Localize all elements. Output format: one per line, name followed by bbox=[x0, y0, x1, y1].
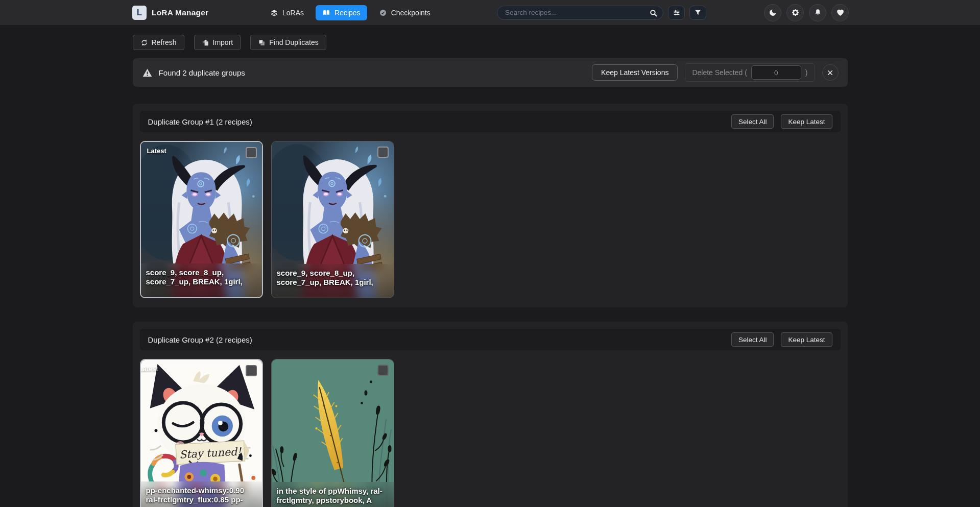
tab-loras[interactable]: LoRAs bbox=[264, 5, 310, 20]
filter-button[interactable] bbox=[689, 6, 706, 20]
recipe-caption: pp-enchanted-whimsy:0.90 ral-frctlgmtry_… bbox=[141, 481, 262, 507]
recipe-caption: in the style of ppWhimsy, ral-frctlgmtry… bbox=[272, 482, 394, 507]
notifications-button[interactable] bbox=[809, 4, 826, 21]
lora-manager-page: L LoRA Manager LoRAs Recipes Checkpoints bbox=[0, 0, 980, 507]
bell-icon bbox=[814, 8, 822, 17]
group-2-select-all-button[interactable]: Select All bbox=[731, 332, 774, 347]
import-label: Import bbox=[213, 38, 233, 46]
support-button[interactable] bbox=[831, 4, 849, 21]
search-box bbox=[497, 6, 663, 20]
check-circle-icon bbox=[379, 9, 387, 17]
alert-actions: Keep Latest Versions Delete Selected ( ) bbox=[592, 63, 838, 82]
layers-icon bbox=[270, 9, 278, 17]
latest-badge: Latest bbox=[140, 365, 158, 373]
delete-count-input[interactable] bbox=[751, 65, 801, 80]
funnel-icon bbox=[694, 9, 702, 16]
search-input[interactable] bbox=[497, 6, 663, 20]
search-icon bbox=[649, 9, 658, 17]
alert-message: Found 2 duplicate groups bbox=[159, 68, 245, 77]
tab-recipes[interactable]: Recipes bbox=[316, 5, 367, 20]
delete-selected-button[interactable]: Delete Selected ( ) bbox=[685, 63, 815, 82]
settings-button[interactable] bbox=[786, 4, 804, 21]
refresh-button[interactable]: Refresh bbox=[133, 35, 184, 50]
tab-checkpoints-label: Checkpoints bbox=[391, 9, 431, 17]
group-1-title: Duplicate Group #1 (2 recipes) bbox=[148, 117, 731, 126]
sliders-icon bbox=[673, 9, 681, 17]
recipe-checkbox[interactable] bbox=[246, 147, 257, 158]
moon-icon bbox=[769, 8, 777, 17]
group-2-actions: Select All Keep Latest bbox=[731, 332, 832, 347]
recipe-card[interactable]: Latest score_9, score_8_up, score_7_up, … bbox=[140, 141, 263, 298]
find-duplicates-label: Find Duplicates bbox=[269, 38, 319, 46]
duplicates-alert: Found 2 duplicate groups Keep Latest Ver… bbox=[133, 58, 848, 87]
book-icon bbox=[322, 9, 330, 17]
close-icon bbox=[826, 69, 834, 77]
group-1-keep-latest-button[interactable]: Keep Latest bbox=[781, 114, 832, 129]
tab-recipes-label: Recipes bbox=[334, 9, 361, 17]
group-1-cards: Latest score_9, score_8_up, score_7_up, … bbox=[140, 141, 841, 298]
search-options-button[interactable] bbox=[668, 6, 685, 20]
duplicate-group-2: Duplicate Group #2 (2 recipes) Select Al… bbox=[133, 322, 848, 507]
brand: L LoRA Manager bbox=[132, 0, 208, 25]
app-logo: L bbox=[132, 6, 147, 20]
gear-icon bbox=[791, 8, 800, 17]
refresh-label: Refresh bbox=[152, 38, 177, 46]
search-area bbox=[497, 0, 706, 25]
close-alert-button[interactable] bbox=[822, 64, 839, 81]
refresh-icon bbox=[140, 39, 148, 46]
recipe-card[interactable]: in the style of ppWhimsy, ral-frctlgmtry… bbox=[271, 359, 394, 507]
group-1-select-all-button[interactable]: Select All bbox=[731, 114, 774, 129]
recipe-checkbox[interactable] bbox=[246, 365, 257, 376]
latest-badge: Latest bbox=[147, 147, 166, 155]
group-2-cards: Stay tuned! bbox=[140, 359, 841, 507]
group-2-title: Duplicate Group #2 (2 recipes) bbox=[148, 335, 731, 344]
main-tabs: LoRAs Recipes Checkpoints bbox=[264, 0, 437, 25]
recipe-card[interactable]: Stay tuned! bbox=[140, 359, 263, 507]
group-2-header: Duplicate Group #2 (2 recipes) Select Al… bbox=[140, 329, 841, 350]
duplicate-group-1: Duplicate Group #1 (2 recipes) Select Al… bbox=[133, 104, 848, 307]
find-duplicates-button[interactable]: Find Duplicates bbox=[250, 35, 326, 50]
group-1-header: Duplicate Group #1 (2 recipes) Select Al… bbox=[140, 111, 841, 132]
delete-selected-prefix: Delete Selected ( bbox=[692, 68, 747, 77]
recipe-checkbox[interactable] bbox=[377, 147, 389, 158]
delete-selected-suffix: ) bbox=[805, 68, 808, 77]
import-icon bbox=[202, 39, 209, 46]
recipe-caption: score_9, score_8_up, score_7_up, BREAK, … bbox=[141, 263, 262, 297]
duplicates-icon bbox=[258, 39, 266, 46]
group-2-keep-latest-button[interactable]: Keep Latest bbox=[781, 332, 832, 347]
import-button[interactable]: Import bbox=[194, 35, 241, 50]
toolbar: Refresh Import Find Duplicates bbox=[133, 35, 848, 50]
theme-toggle-button[interactable] bbox=[764, 4, 781, 21]
tab-checkpoints[interactable]: Checkpoints bbox=[372, 5, 437, 20]
alert-left: Found 2 duplicate groups bbox=[142, 67, 592, 78]
navbar: L LoRA Manager LoRAs Recipes Checkpoints bbox=[0, 0, 980, 25]
group-1-actions: Select All Keep Latest bbox=[731, 114, 832, 129]
keep-latest-versions-button[interactable]: Keep Latest Versions bbox=[592, 64, 678, 81]
recipe-caption: score_9, score_8_up, score_7_up, BREAK, … bbox=[272, 264, 394, 298]
app-title: LoRA Manager bbox=[152, 8, 208, 17]
warning-icon bbox=[142, 67, 153, 78]
recipe-card[interactable]: score_9, score_8_up, score_7_up, BREAK, … bbox=[271, 141, 394, 298]
recipe-checkbox[interactable] bbox=[377, 365, 389, 376]
navbar-actions bbox=[764, 0, 849, 25]
heart-icon bbox=[836, 8, 845, 17]
tab-loras-label: LoRAs bbox=[282, 9, 304, 17]
